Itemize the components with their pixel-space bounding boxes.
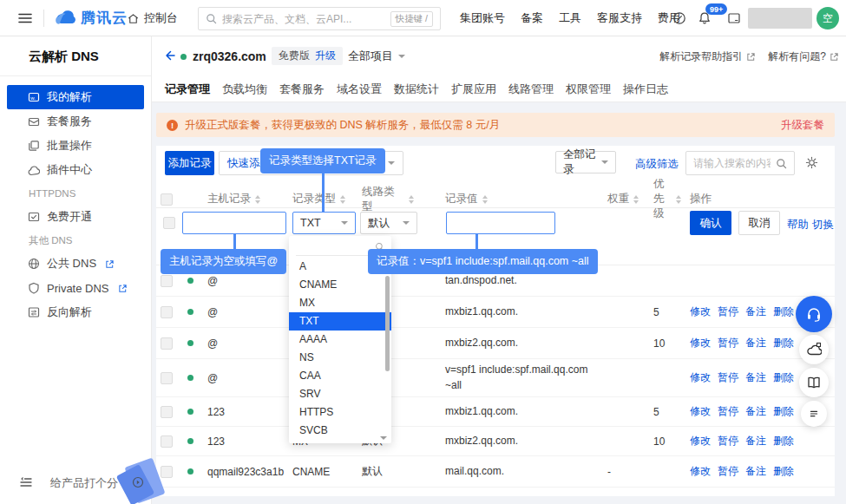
column-header-0[interactable]: 主机记录	[204, 192, 280, 206]
op-pause-link[interactable]: 暂停	[718, 434, 738, 448]
feedback-icon[interactable]	[672, 11, 686, 25]
confirm-button[interactable]: 确认	[690, 211, 731, 235]
cloud-assistant-button[interactable]	[799, 335, 829, 364]
sidebar-item-0[interactable]: w.我的解析	[7, 85, 144, 109]
type-option-AAAA[interactable]: AAAA	[289, 331, 391, 349]
console-panel-icon[interactable]	[727, 11, 741, 25]
console-link[interactable]: 控制台	[127, 10, 178, 26]
topbar-nav-item-1[interactable]: 备案	[521, 10, 543, 26]
op-modify-link[interactable]: 修改	[690, 304, 711, 319]
tab-8[interactable]: 操作日志	[623, 82, 668, 97]
customer-service-button[interactable]	[796, 296, 832, 332]
op-remark-link[interactable]: 备注	[745, 404, 766, 419]
sort-icon[interactable]	[633, 195, 639, 204]
sort-icon[interactable]	[482, 195, 488, 204]
gear-icon[interactable]	[805, 156, 818, 169]
op-delete-link[interactable]: 删除	[773, 434, 794, 448]
row-checkbox[interactable]	[161, 275, 173, 287]
op-pause-link[interactable]: 暂停	[718, 336, 738, 350]
topbar-nav-item-0[interactable]: 集团账号	[460, 10, 505, 26]
topbar-nav-item-2[interactable]: 工具	[559, 10, 581, 26]
sidebar-item-7[interactable]: 公共 DNS	[7, 252, 144, 276]
dropdown-search-input[interactable]	[296, 242, 371, 252]
switch-button[interactable]: 切换	[812, 218, 834, 232]
type-option-CNAME[interactable]: CNAME	[289, 276, 391, 294]
tab-1[interactable]: 负载均衡	[222, 82, 267, 97]
help-button[interactable]: 帮助	[787, 218, 809, 232]
op-pause-link[interactable]: 暂停	[718, 404, 738, 419]
tencent-cloud-logo[interactable]: 腾讯云	[52, 8, 128, 28]
survey-button[interactable]	[801, 401, 827, 427]
cancel-button[interactable]: 取消	[738, 211, 780, 235]
docs-button[interactable]	[799, 368, 829, 397]
row-checkbox[interactable]	[161, 406, 173, 418]
avatar[interactable]: 空	[816, 7, 839, 29]
op-pause-link[interactable]: 暂停	[718, 370, 738, 385]
rate-product-link[interactable]: 给产品打个分	[50, 475, 118, 491]
project-selector[interactable]: 全部项目	[348, 49, 405, 64]
op-remark-link[interactable]: 备注	[745, 336, 766, 350]
select-all-checkbox[interactable]	[161, 193, 173, 206]
op-remark-link[interactable]: 备注	[745, 434, 766, 448]
op-pause-link[interactable]: 暂停	[718, 304, 738, 319]
op-delete-link[interactable]: 删除	[773, 336, 794, 350]
op-remark-link[interactable]: 备注	[745, 370, 766, 385]
back-arrow-icon[interactable]	[162, 49, 176, 62]
dropdown-scrollbar[interactable]	[385, 276, 390, 371]
op-modify-link[interactable]: 修改	[690, 336, 711, 350]
op-remark-link[interactable]: 备注	[745, 304, 766, 319]
help-guide-link[interactable]: 解析记录帮助指引	[659, 49, 756, 64]
domain-selector[interactable]: zrq0326.com	[180, 49, 279, 63]
op-delete-link[interactable]: 删除	[773, 404, 794, 419]
tab-2[interactable]: 套餐服务	[279, 82, 325, 97]
type-option-TXT[interactable]: TXT	[289, 312, 391, 331]
row-checkbox[interactable]	[161, 337, 173, 350]
upgrade-plan-link[interactable]: 升级套餐	[781, 118, 824, 133]
sidebar-item-9[interactable]: 反向解析	[7, 300, 144, 324]
op-modify-link[interactable]: 修改	[690, 370, 711, 385]
sidebar-item-1[interactable]: 套餐服务	[7, 109, 144, 134]
op-modify-link[interactable]: 修改	[690, 434, 711, 448]
sidebar-item-2[interactable]: 批量操作	[7, 134, 144, 158]
collapse-sidebar-icon[interactable]	[19, 475, 33, 489]
tab-0[interactable]: 记录管理	[165, 82, 210, 97]
sidebar-item-3[interactable]: 插件中心	[7, 158, 144, 182]
tab-7[interactable]: 权限管理	[566, 82, 611, 97]
type-option-NS[interactable]: NS	[289, 349, 391, 367]
type-option-SVCB[interactable]: SVCB	[289, 422, 391, 440]
host-record-input[interactable]	[182, 212, 286, 234]
add-record-button[interactable]: 添加记录	[165, 151, 214, 175]
op-pause-link[interactable]: 暂停	[718, 464, 738, 479]
record-type-select[interactable]: TXT	[292, 212, 356, 234]
type-option-CAA[interactable]: CAA	[289, 367, 391, 385]
type-option-MX[interactable]: MX	[289, 294, 391, 312]
tab-3[interactable]: 域名设置	[337, 82, 382, 97]
row-checkbox[interactable]	[161, 306, 173, 318]
sidebar-item-5[interactable]: 免费开通	[7, 205, 144, 229]
type-option-HTTPS[interactable]: HTTPS	[289, 403, 391, 422]
hamburger-icon[interactable]	[17, 10, 33, 26]
column-header-4[interactable]: 权重	[600, 192, 642, 206]
op-delete-link[interactable]: 删除	[773, 464, 794, 479]
play-circle-icon[interactable]	[132, 476, 144, 488]
topbar-search[interactable]: 快捷键 /	[198, 7, 441, 30]
op-delete-link[interactable]: 删除	[773, 370, 794, 385]
column-header-3[interactable]: 记录值	[414, 191, 600, 206]
type-option-SRV[interactable]: SRV	[289, 385, 391, 403]
help-question-link[interactable]: 解析有问题?	[768, 49, 839, 64]
sort-icon[interactable]	[340, 195, 345, 204]
sidebar-item-8[interactable]: Private DNS	[7, 276, 144, 300]
table-search-input[interactable]	[693, 157, 771, 169]
column-header-1[interactable]: 记录类型	[280, 192, 348, 206]
row-checkbox[interactable]	[161, 372, 173, 384]
topbar-search-input[interactable]	[222, 13, 385, 25]
sort-icon[interactable]	[255, 195, 260, 204]
tab-5[interactable]: 扩展应用	[451, 82, 496, 97]
row-checkbox[interactable]	[161, 435, 173, 448]
op-modify-link[interactable]: 修改	[690, 464, 711, 479]
table-search[interactable]	[685, 151, 795, 175]
advanced-filter-button[interactable]: 高级筛选	[635, 157, 679, 172]
upgrade-link[interactable]: 升级	[315, 49, 336, 63]
record-value-input[interactable]	[446, 212, 555, 234]
op-remark-link[interactable]: 备注	[745, 464, 766, 479]
